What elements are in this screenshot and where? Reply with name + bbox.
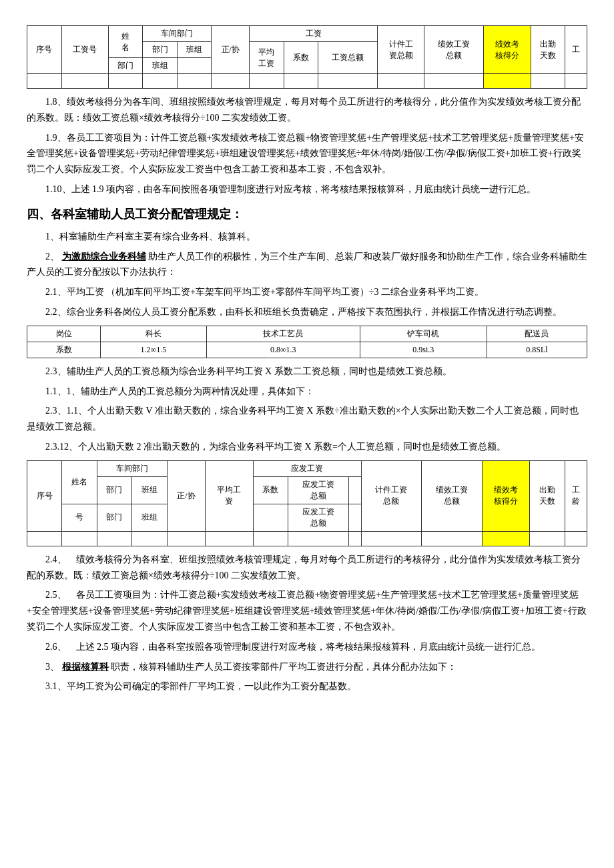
t2-row1-col13 bbox=[530, 531, 565, 546]
t2-row1-col11 bbox=[422, 531, 483, 546]
t2-row1-col10 bbox=[361, 531, 422, 546]
col-jixiao-hescore: 绩效考核得分 bbox=[484, 26, 531, 74]
row1-col9 bbox=[318, 74, 378, 89]
t2-row1-col12 bbox=[482, 531, 529, 546]
t2-sub-extra bbox=[348, 476, 361, 504]
t2-col-jixiao-hescore: 绩效考核得分 bbox=[482, 460, 529, 531]
pos-row1-col2: 1.2∞1.5 bbox=[101, 342, 207, 358]
row1-col6 bbox=[212, 74, 250, 89]
t2-sub-yingfa-total: 应发工资总额 bbox=[288, 476, 349, 504]
t2-sub2-hao: 号 bbox=[62, 504, 97, 531]
t2-sub-banzhu: 班组 bbox=[132, 476, 167, 504]
p4-2-start: 2、 bbox=[45, 252, 59, 262]
page-content: 序号 工资号 姓名 车间部门 正/协 工资 计件工资总额 绩效工资总额 绩效考核… bbox=[27, 25, 587, 695]
t2-sub2-extra2 bbox=[348, 504, 361, 531]
col-gongzihao: 工资号 bbox=[61, 26, 108, 74]
t2-col-gongling: 工龄 bbox=[565, 460, 587, 531]
pos-col-peisong: 配送员 bbox=[487, 326, 587, 342]
paragraph-2-6: 2.6、 上述 2.5 项内容，由各科室按照各项管理制度进行对应考核，将考核结果… bbox=[27, 639, 587, 655]
row1-col8 bbox=[284, 74, 318, 89]
row1-col10 bbox=[378, 74, 424, 89]
t2-sub2-xishu2 bbox=[253, 504, 288, 531]
row1-col3 bbox=[108, 74, 143, 89]
t2-row1-col3 bbox=[97, 531, 131, 546]
paragraph-2-3-1: 2.3、1.1、个人出勤天数 V 准出勤天数的，综合业务科平均工资 X 系数÷准… bbox=[27, 403, 587, 435]
section4-heading: 四、各科室辅助人员工资分配管理规定： bbox=[27, 205, 587, 224]
t2-col-pingjun: 平均工资 bbox=[206, 460, 253, 531]
pos-col-chanche: 铲车司机 bbox=[360, 326, 487, 342]
pos-row1-col5: 0.8SLl bbox=[487, 342, 587, 358]
row1-col11 bbox=[424, 74, 484, 89]
paragraph-2-3: 2.3、辅助生产人员的工资总额为综合业务科平均工资 X 系数二工资总额，同时也是… bbox=[27, 364, 587, 380]
col-chutian: 出勤天数 bbox=[531, 26, 565, 74]
p3-bold: 根据核算科 bbox=[62, 662, 109, 672]
col-xuhao: 序号 bbox=[27, 26, 62, 74]
paragraph-3: 3、 根据核算科 职责，核算科辅助生产人员工资按零部件厂平均工资进行分配，具体分… bbox=[27, 659, 587, 675]
col-xingming: 姓名 bbox=[108, 26, 143, 58]
t2-row1-col14 bbox=[565, 531, 587, 546]
col-pingjun-gongzi: 平均工资 bbox=[250, 42, 284, 74]
paragraph-1-10: 1.10、上述 1.9 项内容，由各车间按照各项管理制度进行对应考核，将考核结果… bbox=[27, 181, 587, 197]
paragraph-2-3-12: 2.3.12、个人出勤天数 2 准出勤天数的，为综合业务科平均工资 X 系数=个… bbox=[27, 439, 587, 455]
pos-col-jishu: 技术工艺员 bbox=[206, 326, 360, 342]
t2-col-yingfa: 应发工资 bbox=[253, 460, 361, 476]
t2-row1-col8 bbox=[288, 531, 349, 546]
wage-table-1: 序号 工资号 姓名 车间部门 正/协 工资 计件工资总额 绩效工资总额 绩效考核… bbox=[27, 25, 587, 89]
t2-col-jixiaogongzi: 绩效工资总额 bbox=[422, 460, 483, 531]
col-jijiangongzi: 计件工资总额 bbox=[378, 26, 424, 74]
paragraph-3-1: 3.1、平均工资为公司确定的零部件厂平均工资，一以此作为工资分配基数。 bbox=[27, 679, 587, 695]
row1-col2 bbox=[61, 74, 108, 89]
row1-col5 bbox=[177, 74, 212, 89]
col-jixiaogongzi-total: 绩效工资总额 bbox=[424, 26, 484, 74]
t2-row1-col2 bbox=[62, 531, 97, 546]
t2-row1-col6 bbox=[206, 531, 253, 546]
wage-table-2: 序号 姓名 车间部门 正/协 平均工资 应发工资 计件工资总额 绩效工资总额 绩… bbox=[27, 460, 587, 546]
col-zhengxie: 正/协 bbox=[212, 26, 250, 74]
paragraph-2-4: 2.4、 绩效考核得分为各科室、班组按照绩效考核管理规定，每月对每个员工所进行的… bbox=[27, 552, 587, 584]
t2-row1-col7 bbox=[253, 531, 288, 546]
t2-sub2-bumen2: 部门 bbox=[97, 504, 131, 531]
p3-rest: 职责，核算科辅助生产人员工资按零部件厂平均工资进行分配，具体分配办法如下： bbox=[111, 662, 456, 672]
paragraph-2-5: 2.5、 各员工工资项目为：计件工资总额+实发绩效考核工资总额+物资管理奖惩+生… bbox=[27, 587, 587, 634]
t2-row1-col4 bbox=[132, 531, 167, 546]
row1-col12 bbox=[484, 74, 531, 89]
paragraph-2-1: 2.1、平均工资 （机加车间平均工资+车架车间平均工资+零部件车间平均工资）÷3… bbox=[27, 284, 587, 300]
pos-col-gangwei: 岗位 bbox=[27, 326, 101, 342]
paragraph-4-1: 1、科室辅助生产科室主要有综合业务科、核算科。 bbox=[27, 229, 587, 245]
col-gongzi-total: 工资总额 bbox=[318, 42, 378, 74]
col-bumen2: 部门 bbox=[108, 58, 143, 74]
t2-sub-xishu: 系数 bbox=[253, 476, 288, 504]
pos-row1-col4: 0.9si.3 bbox=[360, 342, 487, 358]
paragraph-1-8: 1.8、绩效考核得分为各车间、班组按照绩效考核管理规定，每月对每个员工所进行的考… bbox=[27, 94, 587, 126]
t2-col-xuhao: 序号 bbox=[27, 460, 62, 531]
pos-row1-col3: 0.8∞1.3 bbox=[206, 342, 360, 358]
p3-start: 3、 bbox=[45, 662, 59, 672]
row1-col4 bbox=[143, 74, 178, 89]
t2-col-chutian: 出勤天数 bbox=[530, 460, 565, 531]
paragraph-4-2: 2、 为激励综合业务科辅 助生产人员工作的积极性，为三个生产车间、总装厂和改装厂… bbox=[27, 249, 587, 281]
t2-col-zhengxie: 正/协 bbox=[167, 460, 206, 531]
p4-2-bold: 为激励综合业务科辅 bbox=[62, 252, 146, 262]
t2-row1-col1 bbox=[27, 531, 62, 546]
col-banzhu: 班组 bbox=[177, 42, 212, 58]
position-table: 岗位 科长 技术工艺员 铲车司机 配送员 系数 1.2∞1.5 0.8∞1.3 … bbox=[27, 326, 587, 358]
row1-col13 bbox=[531, 74, 565, 89]
paragraph-1-1-1: 1.1、1、辅助生产人员的工资总额分为两种情况处理，具体如下： bbox=[27, 384, 587, 400]
t2-sub2-yingfa2: 应发工资总额 bbox=[288, 504, 349, 531]
col-bumen: 部门 bbox=[143, 42, 178, 58]
col-banzhu2: 班组 bbox=[143, 58, 178, 74]
t2-row1-col9 bbox=[348, 531, 361, 546]
pos-row1-col1: 系数 bbox=[27, 342, 101, 358]
t2-col-xingming: 姓名 bbox=[62, 460, 97, 504]
row1-col14 bbox=[565, 74, 587, 89]
row1-col7 bbox=[250, 74, 284, 89]
t2-row1-col5 bbox=[167, 531, 206, 546]
pos-col-kezhang: 科长 bbox=[101, 326, 207, 342]
t2-sub2-banzhu2: 班组 bbox=[132, 504, 167, 531]
col-xishu: 系数 bbox=[284, 42, 318, 74]
col-extra: 工 bbox=[565, 26, 587, 74]
col-gongzi: 工资 bbox=[250, 26, 378, 42]
t2-sub-bumen: 部门 bbox=[97, 476, 131, 504]
col-chejianbumen: 车间部门 bbox=[143, 26, 212, 42]
t2-col-jijiangongzi: 计件工资总额 bbox=[361, 460, 422, 531]
